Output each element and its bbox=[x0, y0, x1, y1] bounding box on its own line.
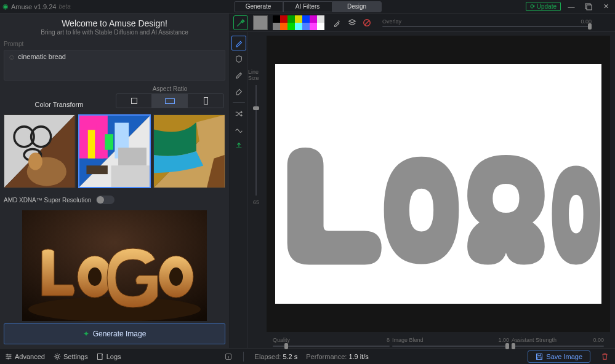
aspect-ratio-group: Aspect Ratio bbox=[115, 85, 225, 108]
shuffle-tool[interactable] bbox=[231, 106, 246, 121]
svg-point-8 bbox=[28, 153, 42, 170]
strength-slider[interactable] bbox=[512, 346, 604, 347]
save-image-button[interactable]: Save Image bbox=[528, 350, 590, 363]
generate-button[interactable]: ✦ Generate Image bbox=[4, 323, 225, 344]
delete-button[interactable] bbox=[599, 351, 610, 362]
quality-slider-group: Quality8 bbox=[273, 337, 390, 347]
left-panel: Welcome to Amuse Design! Bring art to li… bbox=[0, 14, 230, 348]
line-size-slider[interactable] bbox=[255, 85, 257, 196]
current-color-swatch[interactable] bbox=[253, 15, 268, 30]
aspect-ratio-buttons bbox=[116, 93, 224, 108]
palette-swatch[interactable] bbox=[273, 23, 280, 30]
shield-tool[interactable] bbox=[231, 52, 246, 66]
svg-line-30 bbox=[365, 20, 369, 25]
welcome-sub: Bring art to life with Stable Diffusion … bbox=[4, 29, 225, 36]
blend-label: Image Blend bbox=[392, 337, 424, 343]
update-button[interactable]: ⟳ Update bbox=[526, 2, 561, 11]
aspect-ratio-tall[interactable] bbox=[188, 94, 223, 108]
minimize-button[interactable]: — bbox=[565, 1, 578, 12]
line-size-value: 65 bbox=[253, 199, 259, 205]
quality-label: Quality bbox=[273, 337, 290, 343]
overlay-slider-wrap: Overlay 0.00 bbox=[382, 18, 611, 27]
quality-value: 8 bbox=[387, 337, 390, 343]
canvas-board bbox=[275, 64, 601, 304]
color-transform-label: Color Transform bbox=[4, 101, 115, 108]
svg-rect-38 bbox=[537, 357, 541, 359]
tall-icon bbox=[204, 97, 208, 105]
brush-tool[interactable] bbox=[231, 68, 246, 82]
super-resolution-toggle[interactable] bbox=[96, 196, 115, 204]
palette-swatch[interactable] bbox=[310, 15, 317, 23]
color-transform-thumbs bbox=[4, 114, 225, 188]
strength-label: Assistant Strength bbox=[512, 337, 557, 343]
maximize-button[interactable] bbox=[582, 1, 595, 12]
palette-swatch[interactable] bbox=[302, 23, 310, 30]
footer-stats: Elapsed: 5.2 s Performance: 1.9 it/s bbox=[255, 353, 369, 360]
drawing-canvas[interactable] bbox=[267, 36, 610, 332]
tab-ai-filters[interactable]: AI Filters bbox=[283, 1, 332, 12]
svg-point-28 bbox=[169, 267, 183, 286]
palette-swatch[interactable] bbox=[310, 23, 317, 30]
eyedropper-icon[interactable] bbox=[332, 17, 343, 28]
palette-swatch[interactable] bbox=[295, 15, 302, 23]
prompt-input[interactable]: ☺ cinematic bread bbox=[4, 50, 225, 81]
logs-button[interactable]: Logs bbox=[97, 353, 121, 360]
overlay-label: Overlay bbox=[382, 18, 401, 25]
transform-thumb-1[interactable] bbox=[4, 114, 76, 188]
svg-rect-18 bbox=[86, 165, 107, 174]
palette-swatch[interactable] bbox=[317, 23, 324, 30]
close-button[interactable]: ✕ bbox=[599, 1, 613, 12]
tab-generate[interactable]: Generate bbox=[234, 1, 283, 12]
svg-rect-12 bbox=[87, 130, 94, 158]
info-icon[interactable] bbox=[225, 353, 232, 360]
blend-slider-group: Image Blend1.00 bbox=[392, 337, 509, 347]
window-controls: ⟳ Update — ✕ bbox=[526, 1, 613, 12]
palette-swatch[interactable] bbox=[287, 15, 295, 23]
transform-thumb-2[interactable] bbox=[78, 114, 151, 188]
settings-button[interactable]: Settings bbox=[54, 353, 88, 360]
refresh-icon: ⟳ bbox=[530, 3, 535, 10]
advanced-button[interactable]: Advanced bbox=[5, 353, 45, 360]
eraser-tool[interactable] bbox=[231, 84, 246, 98]
square-icon bbox=[131, 98, 137, 104]
export-tool[interactable] bbox=[231, 138, 246, 153]
svg-rect-1 bbox=[587, 5, 592, 10]
color-palette bbox=[273, 15, 324, 30]
palette-swatch[interactable] bbox=[295, 23, 302, 30]
generate-label: Generate Image bbox=[93, 330, 147, 338]
magic-wand-button[interactable] bbox=[233, 15, 248, 30]
tab-design[interactable]: Design bbox=[332, 1, 382, 12]
palette-swatch[interactable] bbox=[317, 15, 324, 23]
performance-label: Performance: bbox=[306, 353, 347, 360]
logs-label: Logs bbox=[107, 353, 121, 360]
canvas-body: Line Size 65 bbox=[230, 32, 615, 348]
palette-swatch[interactable] bbox=[280, 23, 287, 30]
palette-swatch[interactable] bbox=[287, 23, 295, 30]
layers-icon[interactable] bbox=[347, 17, 358, 28]
palette-swatch[interactable] bbox=[280, 15, 287, 23]
titlebar: ◉ Amuse v1.9.24 beta Generate AI Filters… bbox=[0, 0, 615, 14]
logo-icon: ◉ bbox=[2, 2, 9, 10]
aspect-ratio-label: Aspect Ratio bbox=[153, 85, 188, 92]
aspect-ratio-square[interactable] bbox=[116, 94, 152, 108]
quality-slider[interactable] bbox=[273, 346, 390, 347]
performance-value: 1.9 it/s bbox=[348, 353, 368, 360]
save-image-label: Save Image bbox=[546, 353, 582, 360]
palette-swatch[interactable] bbox=[302, 15, 310, 23]
app-badge: beta bbox=[58, 3, 70, 10]
no-entry-icon[interactable] bbox=[361, 17, 372, 28]
blend-slider[interactable] bbox=[392, 346, 509, 347]
pencil-tool[interactable] bbox=[231, 36, 246, 50]
super-resolution-row: AMD XDNA™ Super Resolution bbox=[4, 196, 225, 204]
overlay-slider[interactable] bbox=[382, 26, 592, 27]
right-panel: Overlay 0.00 Line Size 65 bbox=[230, 14, 615, 348]
aspect-ratio-wide[interactable] bbox=[152, 94, 188, 108]
ct-ar-row: Color Transform Aspect Ratio bbox=[4, 85, 225, 108]
elapsed-value: 5.2 s bbox=[283, 353, 297, 360]
palette-tool-icons bbox=[332, 17, 372, 28]
strength-value: 0.00 bbox=[593, 337, 604, 343]
transform-thumb-3[interactable] bbox=[153, 114, 225, 188]
wand-icon: ✦ bbox=[83, 330, 89, 338]
palette-swatch[interactable] bbox=[273, 15, 280, 23]
scribble-tool[interactable] bbox=[231, 122, 246, 137]
